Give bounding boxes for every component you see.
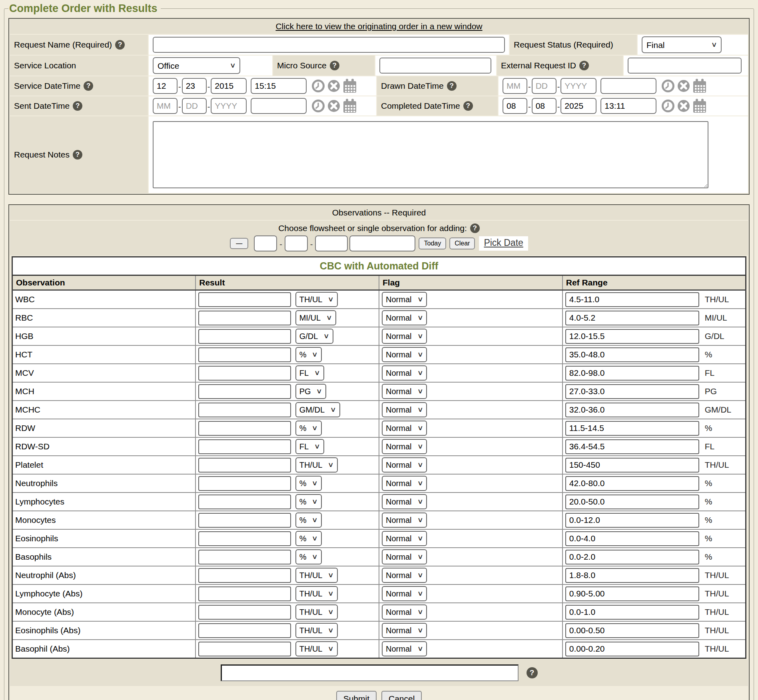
chooser-year-input[interactable]	[315, 235, 348, 251]
ref-range-input[interactable]	[565, 531, 699, 546]
result-input[interactable]	[198, 384, 291, 399]
ref-range-input[interactable]	[565, 623, 699, 638]
originating-order-link[interactable]: Click here to view the originating order…	[275, 22, 482, 31]
service-location-select[interactable]: Office	[153, 57, 240, 74]
help-icon[interactable]: ?	[470, 223, 480, 233]
flag-select[interactable]: Normal	[382, 494, 427, 509]
result-input[interactable]	[198, 458, 291, 473]
unit-select[interactable]: G/DL	[295, 329, 333, 344]
clock-icon[interactable]	[661, 99, 675, 113]
drawn-day-input[interactable]	[532, 78, 557, 94]
result-input[interactable]	[198, 476, 291, 491]
ref-range-input[interactable]	[565, 586, 699, 601]
drawn-month-input[interactable]	[503, 78, 527, 94]
flag-select[interactable]: Normal	[382, 402, 427, 417]
observation-note-input[interactable]	[221, 664, 519, 681]
sent-day-input[interactable]	[182, 98, 207, 114]
unit-select[interactable]: TH/UL	[295, 586, 338, 601]
ref-range-input[interactable]	[565, 329, 699, 344]
flag-select[interactable]: Normal	[382, 384, 427, 399]
ref-range-input[interactable]	[565, 605, 699, 620]
clock-icon[interactable]	[661, 79, 675, 93]
service-time-input[interactable]	[251, 78, 307, 94]
ref-range-input[interactable]	[565, 458, 699, 473]
unit-select[interactable]: %	[295, 476, 322, 491]
clear-button[interactable]: Clear	[449, 237, 475, 249]
cancel-button[interactable]: Cancel	[381, 691, 422, 700]
service-month-input[interactable]	[153, 78, 178, 94]
unit-select[interactable]: TH/UL	[295, 457, 338, 473]
unit-select[interactable]: %	[295, 531, 322, 546]
sent-time-input[interactable]	[251, 98, 307, 114]
external-request-id-input[interactable]	[628, 58, 742, 74]
result-input[interactable]	[198, 586, 291, 601]
flag-select[interactable]: Normal	[382, 568, 427, 583]
ref-range-input[interactable]	[565, 366, 699, 381]
unit-select[interactable]: TH/UL	[295, 568, 338, 583]
result-input[interactable]	[198, 568, 291, 583]
unit-select[interactable]: %	[295, 347, 322, 362]
flag-select[interactable]: Normal	[382, 641, 427, 656]
chooser-month-input[interactable]	[254, 235, 277, 251]
ref-range-input[interactable]	[565, 513, 699, 528]
request-notes-textarea[interactable]	[153, 121, 708, 188]
help-icon[interactable]: ?	[527, 667, 538, 678]
chooser-time-input[interactable]	[349, 235, 415, 251]
unit-select[interactable]: TH/UL	[295, 623, 338, 638]
flag-select[interactable]: Normal	[382, 531, 427, 546]
flag-select[interactable]: Normal	[382, 329, 427, 344]
ref-range-input[interactable]	[565, 311, 699, 325]
unit-select[interactable]: TH/UL	[295, 641, 338, 656]
unit-select[interactable]: TH/UL	[295, 292, 338, 307]
ref-range-input[interactable]	[565, 421, 699, 436]
help-icon[interactable]: ?	[330, 61, 339, 70]
ref-range-input[interactable]	[565, 476, 699, 491]
flag-select[interactable]: Normal	[382, 421, 427, 436]
help-icon[interactable]: ?	[115, 40, 125, 50]
result-input[interactable]	[198, 550, 291, 564]
completed-month-input[interactable]	[503, 98, 527, 114]
flag-select[interactable]: Normal	[382, 604, 427, 620]
calendar-icon[interactable]	[343, 98, 357, 114]
calendar-icon[interactable]	[343, 78, 357, 94]
result-input[interactable]	[198, 311, 291, 325]
flag-select[interactable]: Normal	[382, 310, 427, 325]
flag-select[interactable]: Normal	[382, 365, 427, 381]
clear-date-icon[interactable]	[327, 99, 341, 113]
today-button[interactable]: Today	[419, 237, 446, 249]
result-input[interactable]	[198, 403, 291, 417]
help-icon[interactable]: ?	[73, 150, 82, 160]
collapse-button[interactable]: —	[230, 238, 248, 249]
flag-select[interactable]: Normal	[382, 586, 427, 601]
result-input[interactable]	[198, 495, 291, 509]
unit-select[interactable]: GM/DL	[295, 402, 340, 417]
result-input[interactable]	[198, 605, 291, 620]
unit-select[interactable]: PG	[295, 384, 326, 399]
clock-icon[interactable]	[311, 99, 325, 113]
flag-select[interactable]: Normal	[382, 476, 427, 491]
unit-select[interactable]: %	[295, 513, 322, 528]
flag-select[interactable]: Normal	[382, 623, 427, 638]
request-name-input[interactable]	[153, 37, 505, 53]
ref-range-input[interactable]	[565, 292, 699, 307]
unit-select[interactable]: FL	[295, 365, 324, 381]
result-input[interactable]	[198, 642, 291, 656]
unit-select[interactable]: %	[295, 494, 322, 509]
help-icon[interactable]: ?	[73, 101, 82, 111]
result-input[interactable]	[198, 439, 291, 454]
completed-time-input[interactable]	[600, 98, 656, 114]
service-day-input[interactable]	[182, 78, 207, 94]
unit-select[interactable]: %	[295, 549, 322, 564]
ref-range-input[interactable]	[565, 495, 699, 509]
ref-range-input[interactable]	[565, 403, 699, 417]
help-icon[interactable]: ?	[447, 81, 457, 91]
help-icon[interactable]: ?	[463, 101, 473, 111]
request-status-select[interactable]: Final	[642, 36, 722, 53]
unit-select[interactable]: TH/UL	[295, 604, 338, 620]
ref-range-input[interactable]	[565, 384, 699, 399]
result-input[interactable]	[198, 292, 291, 307]
clear-date-icon[interactable]	[677, 99, 690, 113]
pick-date-link[interactable]: Pick Date	[479, 236, 528, 251]
result-input[interactable]	[198, 421, 291, 436]
completed-day-input[interactable]	[532, 98, 557, 114]
